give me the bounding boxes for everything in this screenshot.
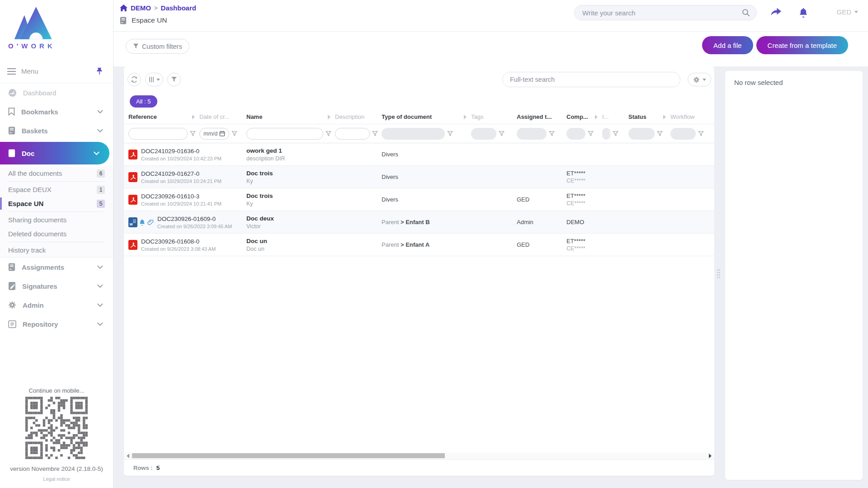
user-menu[interactable]: GED — [836, 8, 858, 16]
company-sub: CE***** — [566, 200, 628, 206]
scroll-right-arrow-icon[interactable] — [709, 454, 712, 458]
panel-resize-handle[interactable] — [717, 269, 721, 279]
global-search-input[interactable] — [582, 9, 742, 17]
table-row[interactable]: DOC241029-01636-0Created on 10/29/2024 1… — [124, 143, 714, 166]
sidebar-item-bookmarks[interactable]: Bookmarks — [0, 102, 113, 121]
sidebar-subitem-espace-deux[interactable]: Espace DEUX1 — [0, 183, 113, 197]
search-icon[interactable] — [742, 9, 750, 17]
column-header-i[interactable]: I... — [602, 113, 628, 120]
table-row[interactable]: DOC230926-01608-0Created on 9/26/2023 3:… — [124, 234, 714, 256]
created-date: Created on 9/26/2023 3:08:43 AM — [141, 246, 216, 252]
filter-select-i[interactable] — [602, 128, 610, 140]
sidebar-item-dashboard[interactable]: Dashboard — [0, 83, 113, 102]
all-filter-chip[interactable]: All : 5 — [130, 95, 157, 108]
sidebar-item-signatures[interactable]: Signatures — [0, 277, 113, 296]
legal-notice-link[interactable]: Legal notice — [0, 476, 113, 482]
filter-button[interactable] — [167, 73, 181, 86]
funnel-icon[interactable] — [231, 131, 237, 136]
column-header-name[interactable]: Name — [246, 113, 335, 120]
funnel-icon[interactable] — [549, 131, 555, 136]
column-header-workflow[interactable]: Workflow — [670, 113, 714, 120]
table-row[interactable]: DOC230926-01610-3Created on 10/29/2024 1… — [124, 188, 714, 211]
column-header-date-of-cr[interactable]: Date of cr... — [199, 113, 246, 120]
funnel-icon[interactable] — [190, 131, 196, 136]
funnel-icon[interactable] — [657, 131, 663, 136]
funnel-icon[interactable] — [372, 131, 378, 136]
breadcrumb-root[interactable]: DEMO — [131, 4, 151, 12]
funnel-icon[interactable] — [499, 131, 505, 136]
filter-input-reference[interactable] — [128, 128, 188, 140]
column-header-description[interactable]: Description — [335, 113, 382, 120]
count-badge: 1 — [97, 186, 105, 194]
filter-select-status[interactable] — [628, 128, 655, 140]
sort-icon[interactable] — [595, 115, 598, 119]
sidebar-subitem-deleted-documents[interactable]: Deleted documents — [0, 227, 113, 241]
scroll-left-arrow-icon[interactable] — [127, 454, 129, 458]
book-icon — [8, 149, 15, 157]
columns-button[interactable] — [145, 73, 163, 86]
sidebar-subitem-espace-un[interactable]: Espace UN5 — [0, 197, 113, 211]
column-header-label: Description — [335, 113, 364, 120]
bell-icon[interactable] — [798, 7, 808, 18]
funnel-icon[interactable] — [613, 131, 618, 136]
column-header-label: Tags — [471, 113, 483, 120]
home-icon[interactable] — [120, 5, 127, 11]
table-settings-button[interactable] — [688, 73, 711, 86]
custom-filters-button[interactable]: Custom filters — [126, 39, 189, 54]
count-badge: 6 — [97, 169, 105, 178]
chevron-down-icon — [854, 11, 858, 13]
filter-input-description[interactable] — [335, 128, 370, 140]
funnel-icon — [133, 43, 139, 49]
sidebar-item-repository[interactable]: Repository — [0, 314, 113, 333]
column-header-comp[interactable]: Comp... — [566, 113, 602, 120]
bookmark-icon — [8, 108, 15, 116]
divider — [8, 242, 105, 242]
space-name: Espace UN — [132, 16, 167, 24]
company-sub: CE***** — [566, 178, 628, 184]
sidebar-item-baskets[interactable]: Baskets — [0, 121, 113, 140]
create-from-template-button[interactable]: Create from a template — [756, 36, 848, 54]
sidebar-item-admin[interactable]: Admin — [0, 296, 113, 314]
funnel-icon[interactable] — [588, 131, 594, 136]
table-row[interactable]: wDOC230926-01609-0Created on 9/26/2023 3… — [124, 211, 714, 234]
sidebar-item-assignments[interactable]: Assignments — [0, 258, 113, 277]
pin-icon[interactable] — [96, 67, 103, 75]
sidebar-item-label: Repository — [23, 320, 97, 328]
sort-icon[interactable] — [192, 115, 195, 119]
funnel-icon[interactable] — [447, 131, 453, 136]
share-icon[interactable] — [770, 7, 782, 17]
filter-input-name[interactable] — [246, 128, 323, 140]
column-header-type-of-document[interactable]: Type of document — [382, 113, 471, 120]
column-header-tags[interactable]: Tags — [471, 113, 517, 120]
filter-select-type-of-document[interactable] — [382, 128, 445, 140]
fulltext-search — [502, 72, 680, 87]
sidebar-subitem-all-the-documents[interactable]: All the documents6 — [0, 166, 113, 180]
column-header-reference[interactable]: Reference — [128, 113, 199, 120]
filter-select-workflow[interactable] — [670, 128, 696, 140]
breadcrumb-current[interactable]: Dashboard — [161, 4, 196, 12]
sidebar-subitem-sharing-documents[interactable]: Sharing documents — [0, 213, 113, 227]
filter-select-tags[interactable] — [471, 128, 496, 140]
filter-select-assigned-t[interactable] — [517, 128, 547, 140]
funnel-icon[interactable] — [698, 131, 704, 136]
document-description: Doc un — [246, 246, 382, 252]
fulltext-search-input[interactable] — [510, 76, 673, 83]
hamburger-icon[interactable] — [7, 68, 16, 75]
horizontal-scrollbar[interactable] — [124, 452, 714, 459]
column-header-status[interactable]: Status — [628, 113, 670, 120]
scrollbar-thumb[interactable] — [132, 453, 445, 458]
assigned-cell: GED — [517, 196, 566, 203]
filter-date-input[interactable]: mm/d — [199, 128, 229, 140]
sort-icon[interactable] — [663, 115, 666, 119]
refresh-button[interactable] — [127, 73, 141, 86]
sidebar-item-doc[interactable]: Doc — [0, 142, 109, 164]
funnel-icon[interactable] — [326, 131, 331, 136]
sort-icon[interactable] — [464, 115, 467, 119]
column-header-assigned-t[interactable]: Assigned t... — [517, 113, 566, 120]
add-file-button[interactable]: Add a file — [702, 36, 753, 54]
sort-icon[interactable] — [328, 115, 330, 119]
chevron-down-icon — [97, 129, 103, 133]
sidebar-subitem-history-track[interactable]: History track — [0, 243, 113, 257]
filter-select-comp[interactable] — [566, 128, 585, 140]
table-row[interactable]: DOC241029-01627-0Created on 10/29/2024 1… — [124, 166, 714, 188]
